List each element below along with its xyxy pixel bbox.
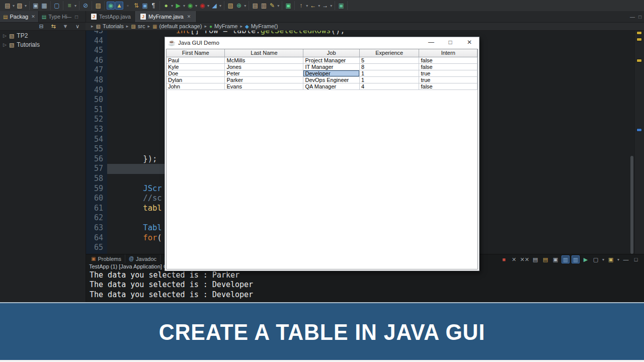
table-cell[interactable]: 5 <box>360 57 419 64</box>
dropdown-arrow-icon[interactable]: ▾ <box>318 4 320 8</box>
link-with-editor-icon[interactable]: ⇆ <box>49 22 57 30</box>
table-cell[interactable]: 4 <box>360 83 419 90</box>
console-tab-problems[interactable]: ▣Problems <box>88 254 125 263</box>
mark-occurrences-icon[interactable]: ◉ <box>107 2 115 10</box>
dropdown-arrow-icon[interactable]: ▾ <box>617 257 619 262</box>
dropdown-arrow-icon[interactable]: ▾ <box>25 4 27 8</box>
run-icon[interactable]: ▶ <box>174 2 182 10</box>
table-cell[interactable]: false <box>419 83 477 90</box>
dropdown-arrow-icon[interactable]: ▾ <box>183 4 185 8</box>
console-tab-javadoc[interactable]: @Javadoc <box>125 254 160 263</box>
view-tab-type-hi[interactable]: ▤Type Hi <box>39 11 70 22</box>
save-icon[interactable]: ▣ <box>32 2 40 10</box>
table-row[interactable]: KyleJonesIT Manager8false <box>167 64 477 70</box>
dropdown-arrow-icon[interactable]: ▾ <box>277 4 279 8</box>
dropdown-arrow-icon[interactable]: ▾ <box>195 4 197 8</box>
pin-console-icon[interactable]: ▣ <box>551 255 559 263</box>
annotation-navigation-icon[interactable]: ↑ <box>297 2 305 10</box>
dropdown-arrow-icon[interactable]: ▾ <box>244 4 246 8</box>
table-cell[interactable]: true <box>419 77 477 83</box>
back-icon[interactable]: ← <box>309 2 317 10</box>
search-dialog-icon[interactable]: ✎ <box>268 2 276 10</box>
table-cell[interactable]: false <box>419 64 477 70</box>
profile-icon[interactable]: ◉ <box>198 2 206 10</box>
build-all-icon[interactable]: ≡ <box>65 2 73 10</box>
open-folder-icon[interactable]: ▨ <box>94 2 102 10</box>
minimize-editor-icon[interactable]: — <box>630 14 635 20</box>
editor-scrollbar[interactable] <box>630 156 633 254</box>
column-header-experience[interactable]: Experience <box>360 49 419 57</box>
table-cell[interactable]: Jones <box>225 64 303 70</box>
show-selected-element-icon[interactable]: ▣ <box>141 2 149 10</box>
table-cell[interactable]: false <box>419 57 477 64</box>
breadcrumb-item-method[interactable]: ◆MyFrame() <box>245 23 278 29</box>
table-scrollpane[interactable]: First NameLast NameJobExperienceIntern P… <box>166 49 478 269</box>
table-cell[interactable]: McMills <box>225 57 303 64</box>
table-cell[interactable]: 1 <box>360 70 419 77</box>
open-task-icon[interactable]: ▤ <box>251 2 259 10</box>
table-cell[interactable]: IT Manager <box>303 64 360 70</box>
breadcrumb-item-package[interactable]: ▦(default package) <box>152 23 202 29</box>
remove-all-terminated-icon[interactable]: ✕✕ <box>520 255 529 263</box>
maximize-view-icon[interactable]: □ <box>632 255 640 263</box>
window-title-bar[interactable]: ☕ Java GUI Demo —□✕ <box>165 37 479 48</box>
dropdown-arrow-icon[interactable]: ▾ <box>13 4 15 8</box>
external-tools-icon[interactable]: ◢ <box>210 2 218 10</box>
dropdown-arrow-icon[interactable]: ▾ <box>207 4 209 8</box>
console-output[interactable]: The data you selected is : ParkerThe dat… <box>86 270 644 300</box>
table-cell[interactable]: 1 <box>360 77 419 83</box>
show-whitespace-icon[interactable]: ¶ <box>149 2 157 10</box>
marketplace-icon[interactable]: ▣ <box>284 2 292 10</box>
ruler-marker[interactable] <box>637 38 641 41</box>
table-cell[interactable]: Doe <box>167 70 225 77</box>
close-button[interactable]: ✕ <box>460 37 479 48</box>
maximize-view-icon[interactable]: □ <box>75 14 78 20</box>
format-brush-icon[interactable]: ▲ <box>115 2 123 10</box>
table-row[interactable]: DoePeterDeveloper1true <box>167 70 477 77</box>
open-console-icon[interactable]: ▣ <box>607 255 615 263</box>
debug-icon[interactable]: ◉ <box>186 2 194 10</box>
table-cell[interactable]: Kyle <box>167 64 225 70</box>
ruler-marker[interactable] <box>637 129 641 131</box>
dropdown-arrow-icon[interactable]: ▾ <box>306 4 308 8</box>
new-class-icon[interactable]: ⊕ <box>235 2 243 10</box>
display-selected-console-icon[interactable]: ▢ <box>592 255 600 263</box>
expand-arrow-icon[interactable]: ▷ <box>3 42 7 47</box>
table-cell[interactable]: DevOps Engineer <box>303 77 360 83</box>
maximize-editor-icon[interactable]: □ <box>638 14 641 20</box>
minimize-view-icon[interactable]: — <box>622 255 630 263</box>
show-stderr-changes-icon[interactable]: ▤ <box>541 255 549 263</box>
breadcrumb-item-class[interactable]: ●MyFrame <box>209 23 238 29</box>
clear-console-icon[interactable]: ▶ <box>582 255 590 263</box>
view-tab-packag[interactable]: ▤Packag✕ <box>0 11 39 22</box>
forward-icon[interactable]: → <box>321 2 329 10</box>
column-header-last-name[interactable]: Last Name <box>225 49 303 57</box>
table-cell[interactable]: John <box>167 83 225 90</box>
column-header-intern[interactable]: Intern <box>419 49 477 57</box>
expand-arrow-icon[interactable]: ▷ <box>3 33 7 38</box>
dropdown-arrow-icon[interactable]: ▾ <box>219 4 221 8</box>
coverage-history-icon[interactable]: ● <box>162 2 170 10</box>
word-wrap-icon[interactable]: ▥ <box>572 255 580 263</box>
save-all-icon[interactable]: ▦ <box>40 2 48 10</box>
scroll-lock-icon[interactable]: ▥ <box>561 255 570 263</box>
maximize-button[interactable]: □ <box>441 37 460 48</box>
minimize-view-icon[interactable]: — <box>66 14 71 20</box>
new-java-project-icon[interactable]: ▧ <box>16 2 24 10</box>
console-window-icon[interactable]: ▢ <box>53 2 61 10</box>
table-cell[interactable]: true <box>419 70 477 77</box>
ruler-marker[interactable] <box>637 32 641 34</box>
new-wizard-icon[interactable]: ▤ <box>4 2 12 10</box>
breadcrumb-item-source-folder[interactable]: ▨src <box>131 23 145 29</box>
tree-item-tp2[interactable]: ▷▧TP2 <box>0 32 86 40</box>
collapse-all-icon[interactable]: ⊟ <box>37 22 45 30</box>
java-gui-demo-window[interactable]: ☕ Java GUI Demo —□✕ First NameLast NameJ… <box>165 37 479 271</box>
table-cell[interactable]: 8 <box>360 64 419 70</box>
table-cell[interactable]: Evans <box>225 83 303 90</box>
table-row[interactable]: DylanParkerDevOps Engineer1true <box>167 77 477 83</box>
view-menu-icon[interactable]: ∨ <box>73 22 82 30</box>
filter-icon[interactable]: ▼ <box>61 22 69 30</box>
watch-icon[interactable]: ◦ <box>124 2 132 10</box>
ruler-marker[interactable] <box>637 59 641 62</box>
dropdown-arrow-icon[interactable]: ▾ <box>171 4 173 8</box>
